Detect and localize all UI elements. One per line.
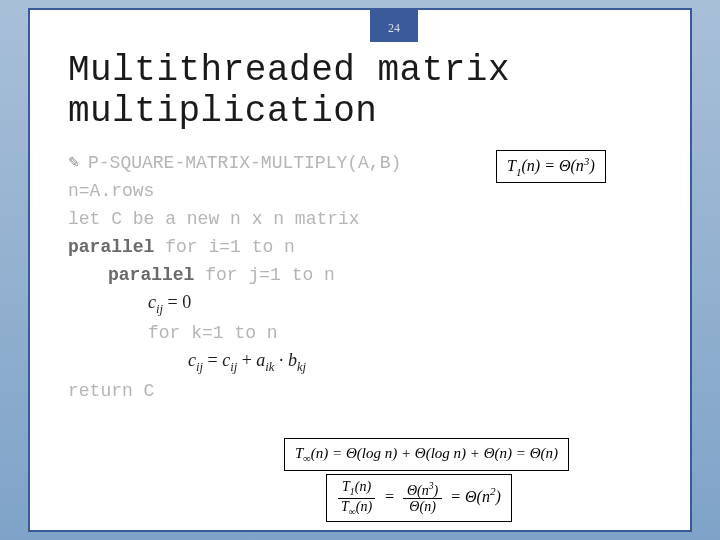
formula-box-span: T∞(n) = Θ(log n) + Θ(log n) + Θ(n) = Θ(n… — [284, 438, 569, 471]
slide-body: ✎ P-SQUARE-MATRIX-MULTIPLY(A,B) n=A.rows… — [68, 150, 670, 405]
page-number: 24 — [388, 21, 400, 36]
keyword-parallel: parallel — [108, 265, 194, 285]
code-line-8: cij = cij + aik · bkj — [68, 347, 670, 377]
code-line-3: let C be a new n x n matrix — [68, 206, 670, 234]
keyword-parallel: parallel — [68, 237, 154, 257]
code-line-9: return C — [68, 378, 670, 406]
formula-box-work: T1(n) = Θ(n3) — [496, 150, 606, 183]
code-line-7: for k=1 to n — [68, 320, 670, 348]
slide-frame: 24 Multithreaded matrix multiplication ✎… — [28, 8, 692, 532]
page-number-badge: 24 — [370, 8, 418, 42]
code-line-5: parallel for j=1 to n — [68, 262, 670, 290]
slide-title: Multithreaded matrix multiplication — [68, 50, 510, 133]
code-line-6: cij = 0 — [68, 289, 670, 319]
formula-box-parallelism: T1(n) T∞(n) = Θ(n3) Θ(n) = Θ(n2) — [326, 474, 512, 522]
bullet-icon: ✎ — [68, 154, 80, 171]
code-line-4: parallel for i=1 to n — [68, 234, 670, 262]
title-line-1: Multithreaded matrix — [68, 50, 510, 91]
title-line-2: multiplication — [68, 91, 377, 132]
